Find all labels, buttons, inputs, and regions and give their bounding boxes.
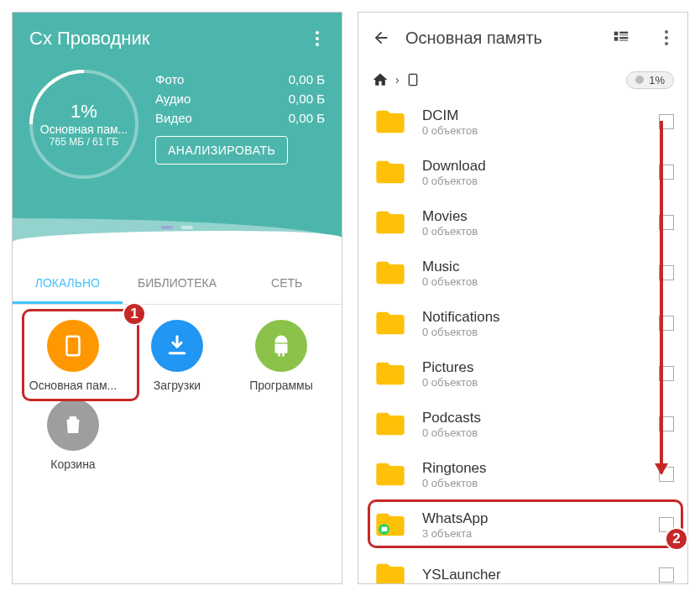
folder-name: Pictures [422,359,645,376]
folder-icon [372,155,409,189]
breadcrumb: › 1% [358,63,687,97]
home-screen: Cx Проводник 1% Основная пам... 765 МБ /… [12,12,342,584]
svg-rect-7 [409,74,416,85]
folder-title: Основная память [405,29,595,48]
stat-label: Фото [155,72,184,86]
android-icon [255,320,307,372]
home-header: Cx Проводник 1% Основная пам... 765 МБ /… [13,13,342,264]
folder-item[interactable]: Movies0 объектов [358,197,687,248]
local-item[interactable]: Программы [232,320,330,392]
folder-item[interactable]: YSLauncher [358,550,687,584]
folder-name: Download [422,158,645,175]
folder-count: 0 объектов [422,124,645,137]
trash-icon [47,399,99,451]
folder-item[interactable]: Music0 объектов [358,248,687,298]
local-item-label: Программы [249,379,313,392]
folder-icon [372,357,409,390]
overflow-menu-icon[interactable] [310,29,325,49]
folder-icon [372,558,409,584]
folder-count: 0 объектов [422,426,645,439]
folder-name: YSLauncher [422,567,645,583]
folder-item[interactable]: Notifications0 объектов [358,298,687,348]
annotation-number-1: 1 [123,302,146,326]
tab-library[interactable]: БИБЛИОТЕКА [123,264,232,304]
checkbox[interactable] [659,567,674,583]
folder-icon [372,206,409,239]
annotation-number-2: 2 [665,527,688,551]
folder-item[interactable]: Ringtones0 объектов [358,449,687,499]
folder-count: 0 объектов [422,477,645,489]
svg-rect-4 [614,37,619,41]
folder-item[interactable]: Download0 объектов [358,147,687,197]
tab-network[interactable]: СЕТЬ [232,264,342,304]
stat-value: 0,00 Б [289,111,325,125]
svg-rect-1 [614,32,619,36]
storage-ring[interactable]: 1% Основная пам... 765 МБ / 61 ГБ [29,70,138,179]
local-item-label: Загрузки [154,379,201,392]
device-icon[interactable] [406,71,420,88]
folder-icon [372,256,409,290]
folder-name: Podcasts [422,410,645,426]
folder-icon [372,407,409,441]
folder-name: Movies [422,208,645,225]
folder-name: DCIM [422,107,645,124]
download-icon [151,320,203,372]
svg-rect-3 [619,34,628,35]
tab-local[interactable]: ЛОКАЛЬНО [13,264,123,304]
stat-label: Аудио [155,91,191,106]
breadcrumb-sep: › [395,73,400,86]
folder-item[interactable]: Pictures0 объектов [358,348,687,399]
tab-bar: ЛОКАЛЬНО БИБЛИОТЕКА СЕТЬ [13,264,342,305]
svg-rect-5 [619,37,628,39]
storage-pill[interactable]: 1% [626,71,674,89]
media-stats: Фото0,00 Б Аудио0,00 Б Видео0,00 Б АНАЛИ… [155,70,325,179]
storage-percent: 1% [71,101,97,123]
folder-count: 0 объектов [422,175,645,187]
folder-count: 0 объектов [422,275,645,288]
folder-count: 0 объектов [422,225,645,238]
svg-rect-6 [619,40,628,41]
folder-icon [372,105,409,139]
annotation-arrow [660,121,663,473]
stat-value: 0,00 Б [289,72,325,86]
view-list-icon[interactable] [610,29,632,47]
stat-label: Видео [155,111,192,125]
local-item[interactable]: Загрузки [128,320,226,392]
back-icon[interactable] [372,29,390,47]
folder-item[interactable]: DCIM0 объектов [358,97,687,147]
folder-count: 0 объектов [422,376,645,389]
svg-rect-2 [619,32,628,34]
folder-name: Ringtones [422,460,645,477]
folder-name: Notifications [422,309,645,326]
annotation-highlight [368,499,683,548]
folder-header: Основная память [358,13,687,63]
folder-screen: Основная память › 1% DCIM0 объектовDownl… [358,12,688,584]
storage-name: Основная пам... [40,123,128,136]
folder-name: Music [422,259,645,275]
app-title: Cx Проводник [29,28,149,50]
folder-icon [372,457,409,491]
analyze-button[interactable]: АНАЛИЗИРОВАТЬ [155,136,288,165]
local-item[interactable]: Корзина [24,399,122,471]
storage-size: 765 МБ / 61 ГБ [50,136,118,148]
folder-count: 0 объектов [422,326,645,338]
local-item-label: Корзина [50,457,95,471]
folder-icon [372,306,409,340]
folder-item[interactable]: Podcasts0 объектов [358,399,687,449]
stat-value: 0,00 Б [289,91,325,106]
overflow-menu-icon[interactable] [659,28,674,48]
home-icon[interactable] [372,71,389,88]
annotation-highlight [22,309,139,401]
